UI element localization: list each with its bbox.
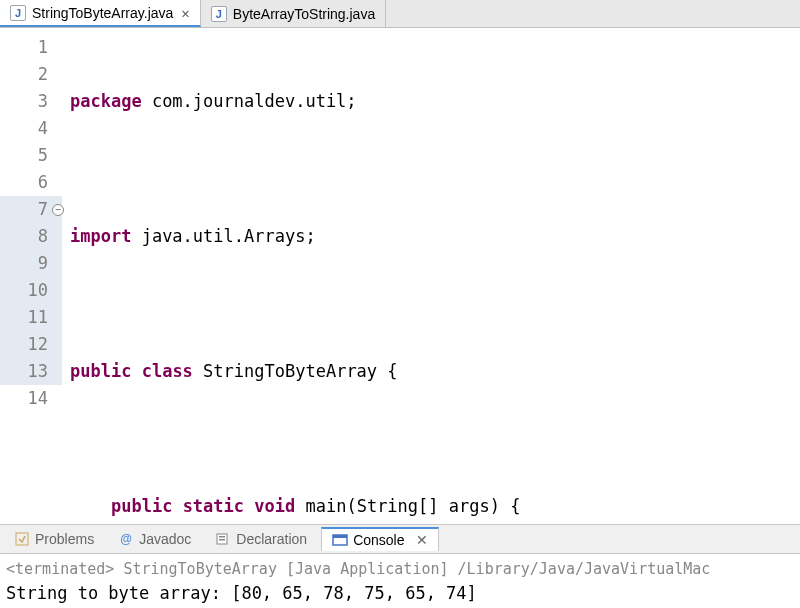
problems-icon [14, 531, 30, 547]
console-output: String to byte array: [80, 65, 78, 75, 6… [6, 580, 794, 604]
tab-console[interactable]: Console ✕ [321, 527, 438, 551]
fold-collapse-icon[interactable]: − [52, 204, 64, 216]
close-icon[interactable]: ✕ [416, 532, 428, 548]
console-icon [332, 532, 348, 548]
tab-javadoc[interactable]: @ Javadoc [108, 528, 201, 550]
code-line: public class StringToByteArray { [62, 358, 800, 385]
editor-tab-bar: J StringToByteArray.java ✕ J ByteArrayTo… [0, 0, 800, 28]
console-process-title: <terminated> StringToByteArray [Java App… [6, 558, 794, 580]
tab-inactive-file[interactable]: J ByteArrayToString.java [201, 0, 386, 27]
line-number: 10 [0, 277, 62, 304]
line-number: 6 [0, 169, 62, 196]
line-number: 14 [0, 385, 62, 412]
tab-label: Console [353, 532, 404, 548]
line-number: 1 [0, 34, 62, 61]
tab-problems[interactable]: Problems [4, 528, 104, 550]
code-editor[interactable]: 1 2 3 4 5 6 7− 8 9 10 11 12 13 14 15 pac… [0, 28, 800, 524]
close-icon[interactable]: ✕ [181, 5, 189, 21]
bottom-view-tabs: Problems @ Javadoc Declaration Console ✕ [0, 524, 800, 554]
code-line: package com.journaldev.util; [62, 88, 800, 115]
code-line: import java.util.Arrays; [62, 223, 800, 250]
tab-label: Declaration [236, 531, 307, 547]
java-file-icon: J [211, 6, 227, 22]
line-number: 11 [0, 304, 62, 331]
tab-label: Javadoc [139, 531, 191, 547]
svg-rect-5 [333, 535, 347, 538]
java-file-icon: J [10, 5, 26, 21]
line-number: 8 [0, 223, 62, 250]
console-view: <terminated> StringToByteArray [Java App… [0, 554, 800, 608]
tab-declaration[interactable]: Declaration [205, 528, 317, 550]
line-number: 5 [0, 142, 62, 169]
line-number-gutter: 1 2 3 4 5 6 7− 8 9 10 11 12 13 14 15 [0, 28, 62, 524]
line-number: 4 [0, 115, 62, 142]
javadoc-icon: @ [118, 531, 134, 547]
svg-rect-2 [219, 536, 225, 538]
code-line: public static void main(String[] args) { [62, 493, 800, 520]
line-number: 13 [0, 358, 62, 385]
line-number: 3 [0, 88, 62, 115]
svg-rect-3 [219, 539, 225, 541]
tab-active-file[interactable]: J StringToByteArray.java ✕ [0, 0, 201, 27]
line-number: 7− [0, 196, 62, 223]
line-number: 9 [0, 250, 62, 277]
declaration-icon [215, 531, 231, 547]
line-number: 12 [0, 331, 62, 358]
tab-label: StringToByteArray.java [32, 5, 173, 21]
svg-rect-0 [16, 533, 28, 545]
tab-label: Problems [35, 531, 94, 547]
code-content[interactable]: package com.journaldev.util; import java… [62, 28, 800, 524]
tab-label: ByteArrayToString.java [233, 6, 375, 22]
line-number: 2 [0, 61, 62, 88]
